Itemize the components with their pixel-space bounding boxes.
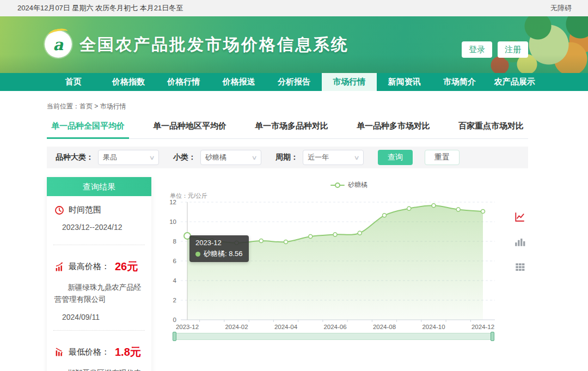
site-title: 全国农产品批发市场价格信息系统 — [79, 34, 349, 56]
period-label: 周期： — [275, 153, 298, 162]
chart-legend[interactable]: 砂糖橘 — [156, 180, 542, 190]
tab-region-average[interactable]: 单一品种地区平均价 — [149, 120, 231, 138]
dotted-divider — [53, 330, 145, 331]
clock-icon — [54, 205, 64, 215]
period-value: 近一年 — [308, 153, 329, 162]
category-label: 品种大类： — [56, 153, 94, 162]
dotted-divider — [53, 245, 145, 245]
reset-button[interactable]: 重置 — [425, 150, 460, 165]
svg-text:6: 6 — [173, 258, 176, 264]
tab-market-multi-variety[interactable]: 单一市场多品种对比 — [250, 120, 333, 138]
nav-item-analysis-report[interactable]: 分析报告 — [266, 73, 321, 91]
chevron-down-icon: ∨ — [149, 154, 155, 161]
svg-text:2024-06: 2024-06 — [323, 324, 346, 330]
max-price-date: 2024/09/11 — [62, 313, 144, 321]
svg-text:2023-12: 2023-12 — [176, 324, 199, 330]
category-select[interactable]: 果品 ∨ — [98, 150, 159, 165]
price-chart-panel: 砂糖橘 单位：元/公斤 0246810122023-122024-022024-… — [156, 177, 542, 350]
svg-text:10: 10 — [169, 218, 176, 225]
subcategory-value: 砂糖橘 — [205, 153, 226, 162]
nav-item-price-index[interactable]: 价格指数 — [101, 73, 156, 91]
subcategory-select[interactable]: 砂糖橘 ∨ — [200, 150, 261, 165]
register-button[interactable]: 注册 — [498, 41, 528, 58]
time-range-value: 2023/12--2024/12 — [62, 223, 144, 232]
svg-text:0: 0 — [173, 317, 176, 323]
tab-variety-multi-market[interactable]: 单一品种多市场对比 — [352, 120, 434, 138]
auth-buttons: 登录 注册 — [462, 41, 528, 58]
svg-text:8: 8 — [173, 238, 176, 245]
result-sidebar: 查询结果 时间范围 2023/12--2024/12 最高价格： 26元 新疆绿… — [47, 177, 151, 371]
nav-item-products[interactable]: 农产品展示 — [487, 73, 542, 91]
nav-item-news[interactable]: 新闻资讯 — [377, 73, 432, 91]
breadcrumb-current: 市场行情 — [100, 102, 126, 110]
min-price-value: 1.8元 — [115, 345, 141, 360]
login-button[interactable]: 登录 — [462, 41, 492, 58]
max-price-label: 最高价格： — [69, 261, 109, 272]
category-value: 果品 — [103, 153, 117, 162]
legend-line-marker-icon — [330, 185, 345, 186]
time-range-block: 时间范围 2023/12--2024/12 — [47, 196, 151, 239]
compare-mode-tabs: 单一品种全国平均价 单一品种地区平均价 单一市场多品种对比 单一品种多市场对比 … — [47, 120, 528, 139]
svg-text:4: 4 — [173, 277, 177, 284]
time-range-label: 时间范围 — [69, 205, 101, 215]
main-content: 查询结果 时间范围 2023/12--2024/12 最高价格： 26元 新疆绿… — [47, 177, 542, 371]
filter-subcategory: 小类： 砂糖橘 ∨ — [173, 150, 261, 165]
period-select[interactable]: 近一年 ∨ — [303, 150, 364, 165]
max-price-block: 最高价格： 26元 新疆绿珠九鼎农产品经营管理有限公司 2024/09/11 — [47, 251, 151, 325]
bar-chart-icon[interactable] — [514, 236, 526, 248]
logo-glyph: a — [53, 37, 64, 53]
falling-chart-icon — [54, 347, 64, 357]
accessibility-link[interactable]: 无障碍 — [550, 3, 572, 13]
svg-text:2024-10: 2024-10 — [422, 324, 445, 330]
rising-chart-icon — [54, 262, 64, 272]
svg-text:2024-08: 2024-08 — [373, 324, 396, 330]
nav-item-price-market[interactable]: 价格行情 — [156, 73, 211, 91]
result-sidebar-header: 查询结果 — [47, 177, 151, 196]
chevron-down-icon: ∨ — [353, 154, 359, 161]
site-banner: a 全国农产品批发市场价格信息系统 登录 注册 — [0, 16, 588, 73]
svg-text:2024-12: 2024-12 — [471, 324, 494, 330]
query-button[interactable]: 查询 — [378, 150, 413, 165]
line-chart-icon[interactable] — [514, 211, 526, 223]
svg-text:2024-04: 2024-04 — [274, 324, 298, 330]
max-price-company: 新疆绿珠九鼎农产品经营管理有限公司 — [54, 282, 144, 306]
datazoom-right-handle[interactable] — [491, 332, 494, 341]
min-price-block: 最低价格： 1.8元 邯郸开发区滏东现代农业管理有限公司 2024/03/22 — [47, 336, 151, 371]
date-text: 2024年12月07日 星期六 农历冬月初七 本月21日冬至 — [17, 3, 183, 13]
tab-top100-markets[interactable]: 百家重点市场对比 — [454, 120, 528, 138]
nav-item-price-submit[interactable]: 价格报送 — [211, 73, 266, 91]
main-nav: 首页 价格指数 价格行情 价格报送 分析报告 市场行情 新闻资讯 市场简介 农产… — [0, 73, 588, 91]
tab-national-average[interactable]: 单一品种全国平均价 — [47, 120, 129, 138]
breadcrumb-separator: > — [93, 102, 100, 110]
table-icon[interactable] — [514, 261, 526, 273]
datazoom-left-handle[interactable] — [173, 332, 176, 341]
min-price-company: 邯郸开发区滏东现代农业管理有限公司 — [54, 367, 144, 371]
breadcrumb-home-link[interactable]: 首页 — [79, 102, 93, 110]
chart-type-switcher — [514, 211, 526, 273]
nav-item-market-intro[interactable]: 市场简介 — [432, 73, 487, 91]
svg-text:12: 12 — [169, 199, 176, 205]
top-info-bar: 2024年12月07日 星期六 农历冬月初七 本月21日冬至 无障碍 — [0, 0, 588, 16]
svg-text:2024-02: 2024-02 — [225, 324, 248, 330]
max-price-value: 26元 — [115, 259, 138, 274]
nav-item-market-quotes[interactable]: 市场行情 — [322, 73, 377, 91]
line-chart[interactable]: 0246810122023-122024-022024-042024-06202… — [164, 196, 518, 335]
min-price-label: 最低价格： — [69, 347, 109, 357]
filter-bar: 品种大类： 果品 ∨ 小类： 砂糖橘 ∨ 周期： 近一年 ∨ 查询 重置 — [47, 147, 528, 168]
subcategory-label: 小类： — [173, 153, 196, 162]
legend-label: 砂糖橘 — [348, 180, 367, 190]
site-logo[interactable]: a — [45, 31, 72, 58]
filter-period: 周期： 近一年 ∨ — [275, 150, 364, 165]
breadcrumb-prefix: 当前位置： — [47, 102, 79, 110]
chevron-down-icon: ∨ — [251, 154, 257, 161]
svg-text:2: 2 — [173, 297, 176, 303]
filter-category: 品种大类： 果品 ∨ — [56, 150, 159, 165]
datazoom-slider[interactable] — [174, 333, 493, 340]
breadcrumb: 当前位置：首页 > 市场行情 — [47, 102, 588, 111]
nav-item-home[interactable]: 首页 — [46, 73, 101, 91]
